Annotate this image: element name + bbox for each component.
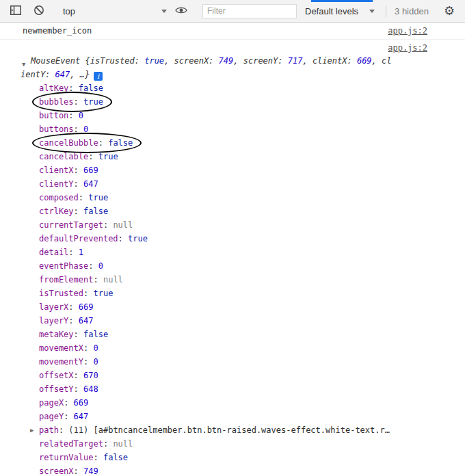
property-pair: altKey: false (39, 81, 103, 95)
property-value: 647 (79, 316, 94, 326)
property-separator: : (68, 248, 78, 257)
toolbar-divider (386, 5, 386, 17)
property-value: true (88, 193, 108, 202)
property-name: clientY (39, 179, 74, 189)
clear-console-icon (34, 5, 44, 18)
preview-text-part: 647 (55, 70, 70, 79)
property-value: false (79, 83, 103, 93)
property-separator: : (74, 207, 83, 216)
property-name: detail (39, 248, 68, 257)
property-name: buttons (39, 124, 74, 134)
property-pair: clientX: 669 (39, 163, 98, 177)
property-row: screenX: 749 (0, 464, 465, 476)
context-selector-label: top (63, 6, 75, 16)
preview-text-part: , cl (372, 56, 392, 66)
property-pair: composed: true (39, 191, 108, 204)
info-icon: i (94, 72, 103, 81)
eye-icon (175, 6, 187, 16)
property-value: null (113, 220, 133, 230)
property-pair: path: (11) [a#btncancelmember.btn.btn-ra… (39, 423, 390, 437)
preview-parts-line-1: MouseEvent {isTrusted: true, screenX: 74… (31, 56, 392, 66)
property-pair: pageX: 669 (39, 396, 88, 410)
property-pair: relatedTarget: null (39, 437, 133, 451)
property-row: pageY: 647 (0, 410, 465, 423)
property-name: returnValue (39, 453, 93, 462)
property-pair: movementY: 0 (39, 355, 98, 369)
property-pair: movementX: 0 (39, 341, 98, 355)
console-sidebar-button[interactable] (7, 2, 25, 20)
property-row: eventPhase: 0 (0, 259, 465, 273)
console-sidebar-icon (10, 5, 21, 17)
property-separator: : (68, 111, 78, 120)
expand-arrow-icon[interactable]: ▶ (30, 423, 34, 437)
property-name: metaKey (39, 330, 74, 339)
source-link[interactable]: app.js:2 (388, 43, 427, 53)
property-separator: : (74, 371, 83, 380)
context-selector-dropdown[interactable]: top (60, 3, 170, 19)
filter-input[interactable] (202, 4, 297, 18)
hidden-messages-label[interactable]: 3 hidden (395, 6, 429, 16)
console-object-entry: app.js:2 ▼ MouseEvent {isTrusted: true, … (0, 40, 465, 476)
property-row: metaKey: false (0, 328, 465, 341)
console-log-entry: newmember_icon app.js:2 (0, 23, 465, 40)
property-value: 647 (74, 412, 89, 421)
property-row: returnValue: false (0, 451, 465, 464)
preview-text-part: ientY: (21, 70, 55, 79)
property-row: ctrlKey: false (0, 204, 465, 218)
chevron-down-icon (369, 10, 375, 13)
console-toolbar: top Default levels 3 hidden ⚙ (0, 0, 465, 23)
property-name: bubbles (39, 97, 74, 107)
property-separator: : (98, 138, 108, 148)
console-messages: newmember_icon app.js:2 app.js:2 ▼ Mouse… (0, 23, 465, 476)
property-pair: returnValue: false (39, 451, 128, 464)
property-row: bubbles: true (0, 95, 465, 109)
property-value: 1 (79, 248, 83, 257)
property-value: false (108, 138, 133, 148)
property-pair: screenX: 749 (39, 464, 98, 476)
property-pair: bubbles: true (39, 95, 103, 109)
settings-gear-button[interactable]: ⚙ (440, 2, 458, 20)
property-pair: detail: 1 (39, 246, 83, 259)
preview-parts-line-2: ientY: 647, …} (21, 70, 90, 79)
property-pair: layerX: 669 (39, 300, 94, 314)
property-value: 0 (79, 111, 83, 120)
source-link[interactable]: app.js:2 (388, 25, 427, 37)
property-separator: : (68, 83, 78, 93)
property-separator: : (68, 316, 78, 326)
property-row: altKey: false (0, 81, 465, 95)
property-name: screenX (39, 466, 74, 476)
property-name: layerX (39, 302, 68, 312)
property-pair: button: 0 (39, 109, 83, 122)
property-value: 648 (83, 384, 98, 394)
property-pair: isTrusted: true (39, 287, 113, 300)
source-link-row: app.js:2 (0, 40, 465, 54)
property-value: 669 (83, 166, 98, 175)
object-preview-line-1[interactable]: ▼ MouseEvent {isTrusted: true, screenX: … (0, 54, 465, 68)
property-name: layerY (39, 316, 68, 326)
property-row: clientY: 647 (0, 177, 465, 191)
property-value: 0 (93, 357, 98, 367)
property-name: cancelBubble (39, 138, 98, 148)
property-name: pageY (39, 412, 64, 421)
property-name: ctrlKey (39, 207, 74, 216)
property-name: path (39, 425, 59, 435)
object-preview-line-2: ientY: 647, …}i (0, 68, 465, 81)
property-row: layerX: 669 (0, 300, 465, 314)
property-row: composed: true (0, 191, 465, 204)
log-levels-dropdown[interactable]: Default levels (302, 3, 377, 19)
property-name: movementX (39, 343, 83, 353)
property-row: movementX: 0 (0, 341, 465, 355)
create-live-expression-button[interactable] (172, 2, 190, 20)
property-separator: : (103, 439, 113, 449)
property-pair: metaKey: false (39, 328, 108, 341)
property-value: 0 (98, 261, 103, 271)
clear-console-button[interactable] (30, 2, 48, 20)
gear-icon: ⚙ (444, 5, 455, 17)
property-separator: : (74, 466, 83, 476)
property-separator: : (93, 275, 103, 285)
property-separator: : (118, 234, 128, 243)
log-message-text: newmember_icon (23, 25, 92, 37)
property-value: false (83, 207, 108, 216)
property-value: 669 (74, 398, 89, 408)
property-pair: ctrlKey: false (39, 204, 108, 218)
